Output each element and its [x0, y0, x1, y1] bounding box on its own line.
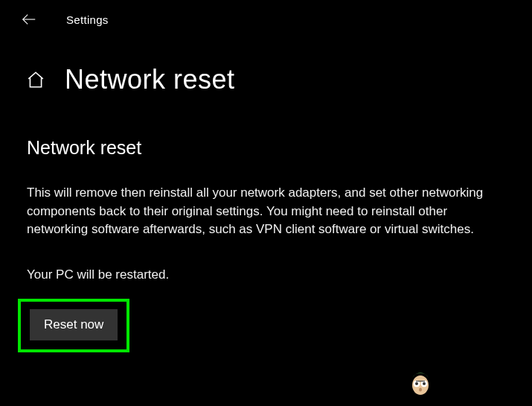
- back-arrow-icon[interactable]: [20, 10, 38, 28]
- title-bar: Settings: [0, 0, 532, 28]
- svg-point-7: [419, 388, 422, 392]
- svg-point-3: [421, 381, 428, 387]
- app-title: Settings: [66, 13, 109, 26]
- svg-rect-6: [416, 381, 425, 381]
- content-area: Network reset This will remove then rein…: [0, 95, 532, 352]
- home-icon[interactable]: [26, 70, 45, 89]
- section-heading: Network reset: [27, 137, 505, 159]
- reset-now-button[interactable]: Reset now: [30, 309, 118, 340]
- svg-point-2: [414, 381, 420, 387]
- description-text: This will remove then reinstall all your…: [27, 184, 503, 239]
- restart-note: Your PC will be restarted.: [27, 267, 505, 282]
- reset-highlight-box: Reset now: [18, 299, 129, 352]
- page-title-row: Network reset: [0, 28, 532, 95]
- svg-point-4: [415, 382, 418, 385]
- svg-point-5: [423, 382, 426, 385]
- mascot-icon: [406, 363, 435, 400]
- svg-point-1: [412, 375, 429, 395]
- page-title: Network reset: [65, 64, 235, 95]
